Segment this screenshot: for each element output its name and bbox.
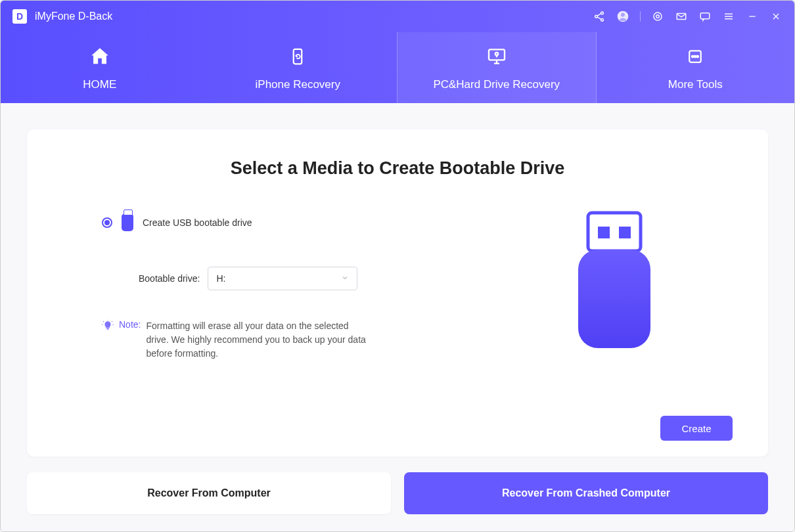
app-title: iMyFone D-Back <box>35 11 112 22</box>
svg-rect-26 <box>106 328 109 330</box>
menu-icon[interactable] <box>722 10 735 23</box>
radio-selected-icon <box>102 217 112 228</box>
bottom-tabs: Recover From Computer Recover From Crash… <box>27 472 768 514</box>
svg-point-0 <box>601 12 604 14</box>
tab-label: More Tools <box>668 78 723 91</box>
svg-point-19 <box>495 53 498 55</box>
svg-rect-33 <box>598 227 610 238</box>
option-usb-bootable[interactable]: Create USB bootable drive <box>102 214 470 231</box>
field-label: Bootable drive: <box>139 273 200 284</box>
app-window: D iMyFone D-Back <box>0 0 795 532</box>
svg-line-4 <box>597 17 601 19</box>
svg-line-3 <box>597 14 601 16</box>
page-heading: Select a Media to Create Bootable Drive <box>62 158 733 179</box>
bootable-drive-select[interactable]: H: <box>208 267 357 290</box>
share-icon[interactable] <box>593 10 606 23</box>
svg-rect-10 <box>700 13 710 19</box>
tab-more-tools[interactable]: More Tools <box>597 32 795 103</box>
tab-label: PC&Hard Drive Recovery <box>433 78 560 91</box>
svg-rect-34 <box>619 227 631 238</box>
left-column: Create USB bootable drive Bootable drive… <box>62 214 470 361</box>
tab-home[interactable]: HOME <box>1 32 199 103</box>
svg-point-25 <box>697 56 699 58</box>
chevron-down-icon <box>341 273 349 284</box>
account-icon[interactable] <box>616 10 629 23</box>
svg-point-24 <box>694 56 696 58</box>
titlebar: D iMyFone D-Back <box>1 1 794 32</box>
selected-value: H: <box>216 273 225 284</box>
svg-rect-35 <box>578 250 650 348</box>
svg-line-28 <box>103 321 104 322</box>
content-area: Select a Media to Create Bootable Drive … <box>1 103 794 531</box>
tab-label: iPhone Recovery <box>256 78 340 91</box>
titlebar-controls <box>593 10 783 23</box>
mail-icon[interactable] <box>675 10 688 23</box>
note-row: Note: Formatting will erase all your dat… <box>102 319 470 361</box>
option-label: Create USB bootable drive <box>143 217 252 228</box>
svg-point-7 <box>654 12 662 20</box>
navbar: HOME iPhone Recovery PC&Hard Drive Recov… <box>1 32 794 103</box>
create-button[interactable]: Create <box>660 416 733 441</box>
body-row: Create USB bootable drive Bootable drive… <box>62 214 733 361</box>
note-label: Note: <box>119 319 141 330</box>
svg-point-23 <box>692 56 694 58</box>
tab-recover-from-crashed[interactable]: Recover From Crashed Computer <box>404 472 768 514</box>
monitor-key-icon <box>484 44 509 69</box>
lightbulb-icon <box>102 320 114 334</box>
tab-recover-from-computer[interactable]: Recover From Computer <box>27 472 391 514</box>
phone-refresh-icon <box>285 44 310 69</box>
svg-rect-32 <box>588 213 641 251</box>
action-row: Create <box>62 400 733 441</box>
tab-label: HOME <box>83 78 116 91</box>
tab-iphone-recovery[interactable]: iPhone Recovery <box>199 32 398 103</box>
minimize-icon[interactable] <box>746 10 759 23</box>
divider <box>640 11 641 22</box>
close-icon[interactable] <box>769 10 783 23</box>
app-logo: D <box>12 9 27 24</box>
svg-line-29 <box>112 321 112 322</box>
svg-point-6 <box>621 13 625 17</box>
main-card: Select a Media to Create Bootable Drive … <box>27 129 768 456</box>
bootable-drive-field: Bootable drive: H: <box>102 267 470 290</box>
feedback-icon[interactable] <box>698 10 712 23</box>
svg-point-2 <box>601 18 604 21</box>
usb-small-icon <box>122 214 133 231</box>
tab-pc-recovery[interactable]: PC&Hard Drive Recovery <box>397 32 597 103</box>
svg-point-8 <box>656 15 660 18</box>
more-icon <box>683 44 708 69</box>
usb-drive-illustration <box>572 210 657 357</box>
home-icon <box>87 44 112 69</box>
svg-point-1 <box>595 15 598 18</box>
note-text: Formatting will erase all your data on t… <box>146 319 369 361</box>
right-column <box>496 214 733 361</box>
settings-icon[interactable] <box>651 10 664 23</box>
